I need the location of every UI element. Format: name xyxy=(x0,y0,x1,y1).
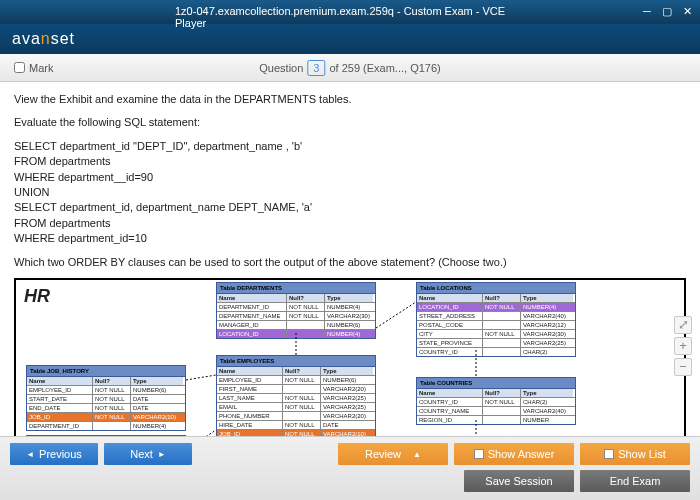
table-locations: Table LOCATIONS NameNull?Type LOCATION_I… xyxy=(416,282,576,357)
table-job-history: Table JOB_HISTORY NameNull?Type EMPLOYEE… xyxy=(26,365,186,431)
zoom-in-button[interactable]: + xyxy=(674,337,692,355)
question-indicator: Question 3 of 259 (Exam..., Q176) xyxy=(259,60,440,76)
save-session-button[interactable]: Save Session xyxy=(464,470,574,492)
end-exam-button[interactable]: End Exam xyxy=(580,470,690,492)
svg-line-2 xyxy=(186,375,216,380)
svg-line-0 xyxy=(376,302,416,328)
close-button[interactable]: ✕ xyxy=(678,5,696,19)
show-list-button[interactable]: Show List xyxy=(580,443,690,465)
next-button[interactable]: Next xyxy=(104,443,192,465)
app-logo: avanset xyxy=(12,30,75,48)
schema-diagram: HR Table DEPARTMENTS NameNull?Type DEPAR… xyxy=(14,278,686,436)
zoom-reset-button[interactable]: ⤢ xyxy=(674,316,692,334)
previous-button[interactable]: Previous xyxy=(10,443,98,465)
table-employees: Table EMPLOYEES NameNull?Type EMPLOYEE_I… xyxy=(216,355,376,436)
zoom-out-button[interactable]: − xyxy=(674,358,692,376)
table-countries: Table COUNTRIES NameNull?Type COUNTRY_ID… xyxy=(416,377,576,425)
mark-checkbox[interactable]: Mark xyxy=(14,62,53,74)
question-content: View the Exhibit and examine the data in… xyxy=(0,82,700,436)
window-title: 1z0-047.examcollection.premium.exam.259q… xyxy=(175,5,525,29)
maximize-button[interactable]: ▢ xyxy=(658,5,676,19)
table-departments: Table DEPARTMENTS NameNull?Type DEPARTME… xyxy=(216,282,376,339)
review-button[interactable]: Review▲ xyxy=(338,443,448,465)
minimize-button[interactable]: ─ xyxy=(638,5,656,19)
show-answer-button[interactable]: Show Answer xyxy=(454,443,574,465)
